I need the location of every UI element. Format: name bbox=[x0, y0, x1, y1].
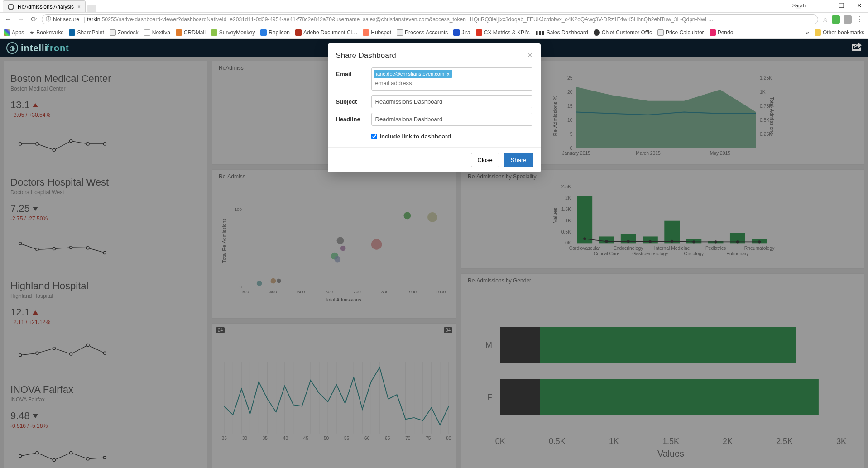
window-maximize-icon[interactable]: ☐ bbox=[834, 1, 848, 10]
headline-label: Headline bbox=[336, 113, 371, 123]
bookmark-item[interactable]: Adobe Document Cl… bbox=[295, 29, 357, 36]
bookmark-item[interactable]: Hubspot bbox=[363, 29, 391, 36]
tab-favicon bbox=[8, 4, 14, 10]
url-host: tarkin bbox=[87, 16, 100, 23]
email-field[interactable]: jane.doe@christiansteven.com x bbox=[371, 67, 532, 91]
bookmarks-bar: Apps ★Bookmarks SharePoint Zendesk Nexti… bbox=[0, 26, 868, 39]
share-dashboard-modal: Share Dashboard × Email jane.doe@christi… bbox=[328, 43, 541, 172]
window-minimize-icon[interactable]: — bbox=[816, 1, 830, 10]
bookmark-item[interactable]: CRDMail bbox=[176, 29, 206, 36]
email-chip[interactable]: jane.doe@christiansteven.com x bbox=[374, 70, 452, 78]
email-input[interactable] bbox=[374, 78, 530, 88]
browser-menu-icon[interactable]: ⋮ bbox=[855, 15, 864, 24]
subject-input[interactable] bbox=[371, 95, 532, 108]
nav-forward-icon[interactable]: → bbox=[16, 15, 25, 24]
bookmark-item[interactable]: Replicon bbox=[260, 29, 290, 36]
subject-label: Subject bbox=[336, 95, 371, 105]
nav-back-icon[interactable]: ← bbox=[4, 15, 13, 24]
tab-close-icon[interactable]: × bbox=[77, 4, 81, 10]
window-close-icon[interactable]: ✕ bbox=[853, 1, 866, 10]
include-link-label: Include link to dashboard bbox=[380, 133, 451, 140]
headline-input[interactable] bbox=[371, 113, 532, 126]
share-button[interactable]: Share bbox=[504, 153, 533, 167]
bookmark-item[interactable]: ▮▮▮Sales Dashboard bbox=[535, 29, 588, 36]
bookmark-item[interactable]: SharePoint bbox=[69, 29, 104, 36]
extension-icon[interactable] bbox=[844, 15, 852, 24]
browser-titlebar: ReAdmissions Analysis × Sarah — ☐ ✕ bbox=[0, 0, 868, 13]
bookmark-item[interactable]: Zendesk bbox=[110, 29, 139, 36]
bookmark-item[interactable]: Nextiva bbox=[144, 29, 170, 36]
other-bookmarks[interactable]: Other bookmarks bbox=[815, 29, 864, 36]
browser-user[interactable]: Sarah bbox=[792, 3, 806, 8]
bookmark-item[interactable]: Pendo bbox=[710, 29, 734, 36]
not-secure-label: ⓘ Not secure bbox=[46, 15, 79, 23]
bookmark-item[interactable]: Jira bbox=[453, 29, 470, 36]
nav-reload-icon[interactable]: ⟳ bbox=[29, 15, 38, 24]
new-tab-button[interactable] bbox=[87, 5, 96, 12]
logo-icon: ◑ bbox=[6, 42, 18, 54]
url-path: :50255/native-dashboard-viewer?dashboard… bbox=[101, 16, 714, 23]
bookmark-item[interactable]: Process Accounts bbox=[397, 29, 448, 36]
modal-title: Share Dashboard bbox=[336, 51, 396, 60]
bookmark-item[interactable]: Price Calculator bbox=[657, 29, 704, 36]
bookmark-item[interactable]: Chief Customer Offic bbox=[594, 29, 652, 36]
bookmark-item[interactable]: SurveyMonkey bbox=[211, 29, 255, 36]
include-link-checkbox[interactable] bbox=[371, 134, 377, 139]
apps-button[interactable]: Apps bbox=[4, 29, 24, 36]
modal-close-icon[interactable]: × bbox=[528, 51, 532, 60]
browser-tab[interactable]: ReAdmissions Analysis × bbox=[3, 0, 86, 12]
tab-title: ReAdmissions Analysis bbox=[18, 4, 74, 10]
extension-icon[interactable] bbox=[832, 15, 840, 24]
bookmark-star-icon[interactable]: ☆ bbox=[822, 15, 828, 24]
export-icon[interactable] bbox=[851, 43, 862, 54]
address-bar: ← → ⟳ ⓘ Not secure | tarkin :50255/nativ… bbox=[0, 13, 868, 26]
close-button[interactable]: Close bbox=[471, 153, 499, 167]
bookmark-item[interactable]: ★Bookmarks bbox=[29, 29, 63, 36]
email-label: Email bbox=[336, 67, 371, 77]
chip-remove-icon[interactable]: x bbox=[447, 71, 450, 76]
bookmark-item[interactable]: CX Metrics & KPI's bbox=[476, 29, 530, 36]
url-input[interactable]: ⓘ Not secure | tarkin :50255/native-dash… bbox=[42, 14, 818, 24]
app-logo[interactable]: ◑ intellifront bbox=[6, 42, 69, 54]
bookmarks-overflow-icon[interactable]: » bbox=[806, 29, 809, 36]
